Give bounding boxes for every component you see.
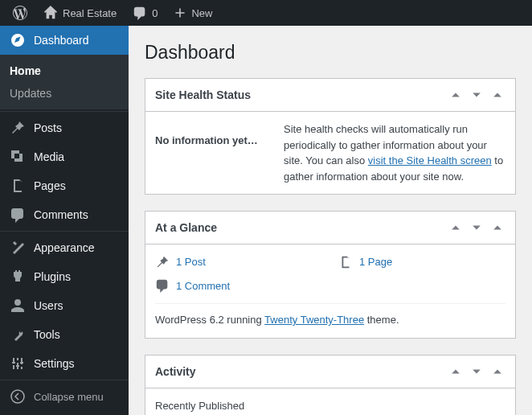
collapse-menu[interactable]: Collapse menu xyxy=(0,382,129,411)
main-content: Dashboard Site Health Status No informat… xyxy=(129,26,532,415)
appearance-icon xyxy=(10,240,26,256)
glance-posts[interactable]: 1 Post xyxy=(155,254,322,270)
move-up-button[interactable] xyxy=(448,87,464,103)
admin-menu: Dashboard Home Updates Posts Media Pages… xyxy=(0,26,129,415)
wp-logo-icon[interactable] xyxy=(6,0,34,26)
new-content-link[interactable]: New xyxy=(167,0,219,26)
submenu-home[interactable]: Home xyxy=(0,60,129,82)
users-icon xyxy=(10,298,26,314)
media-icon xyxy=(10,149,26,165)
plugins-icon xyxy=(10,269,26,285)
move-up-button[interactable] xyxy=(448,364,464,380)
site-name-label: Real Estate xyxy=(63,7,117,19)
glance-title: At a Glance xyxy=(155,221,217,234)
menu-dashboard[interactable]: Dashboard xyxy=(0,26,129,55)
activity-widget: Activity Recently Published xyxy=(145,355,516,416)
pages-icon xyxy=(338,255,353,269)
activity-title: Activity xyxy=(155,365,196,378)
move-down-button[interactable] xyxy=(469,364,485,380)
pin-icon xyxy=(10,120,26,136)
admin-toolbar: Real Estate 0 New xyxy=(0,0,532,26)
comment-icon xyxy=(155,278,170,293)
comments-link[interactable]: 0 xyxy=(126,0,164,26)
submenu-dashboard: Home Updates xyxy=(0,55,129,109)
home-icon xyxy=(43,6,58,20)
dashboard-icon xyxy=(10,32,26,48)
at-a-glance-widget: At a Glance 1 Post 1 Page xyxy=(145,211,516,339)
plus-icon xyxy=(174,6,186,19)
menu-plugins[interactable]: Plugins xyxy=(0,262,129,291)
site-name-link[interactable]: Real Estate xyxy=(37,0,123,26)
settings-icon xyxy=(10,355,26,372)
toggle-button[interactable] xyxy=(489,87,505,103)
menu-comments[interactable]: Comments xyxy=(0,200,129,229)
glance-pages[interactable]: 1 Page xyxy=(338,254,505,270)
activity-recently: Recently Published xyxy=(155,398,505,414)
health-description: Site health checks will automatically ru… xyxy=(284,121,505,184)
move-down-button[interactable] xyxy=(469,87,485,103)
glance-footer: WordPress 6.2 running Twenty Twenty-Thre… xyxy=(155,303,505,328)
move-down-button[interactable] xyxy=(469,220,485,236)
page-title: Dashboard xyxy=(145,42,516,64)
health-no-info: No information yet… xyxy=(155,121,268,184)
glance-comments[interactable]: 1 Comment xyxy=(155,278,322,294)
menu-media[interactable]: Media xyxy=(0,142,129,171)
pin-icon xyxy=(155,255,170,269)
menu-pages[interactable]: Pages xyxy=(0,171,129,200)
new-label: New xyxy=(191,7,212,19)
tools-icon xyxy=(10,327,26,343)
svg-point-0 xyxy=(11,390,24,403)
comments-icon xyxy=(10,207,26,223)
comments-count: 0 xyxy=(152,7,158,19)
menu-tools[interactable]: Tools xyxy=(0,320,129,349)
collapse-icon xyxy=(10,388,26,405)
toggle-button[interactable] xyxy=(489,220,505,236)
move-up-button[interactable] xyxy=(448,220,464,236)
menu-users[interactable]: Users xyxy=(0,291,129,320)
menu-posts[interactable]: Posts xyxy=(0,113,129,142)
site-health-link[interactable]: visit the Site Health screen xyxy=(368,154,492,166)
menu-settings[interactable]: Settings xyxy=(0,349,129,378)
pages-icon xyxy=(10,178,26,194)
site-health-title: Site Health Status xyxy=(155,88,251,101)
menu-appearance[interactable]: Appearance xyxy=(0,233,129,262)
theme-link[interactable]: Twenty Twenty-Three xyxy=(264,314,364,326)
submenu-updates[interactable]: Updates xyxy=(0,82,129,105)
site-health-widget: Site Health Status No information yet… S… xyxy=(145,78,516,195)
toggle-button[interactable] xyxy=(489,364,505,380)
comment-icon xyxy=(133,6,147,20)
